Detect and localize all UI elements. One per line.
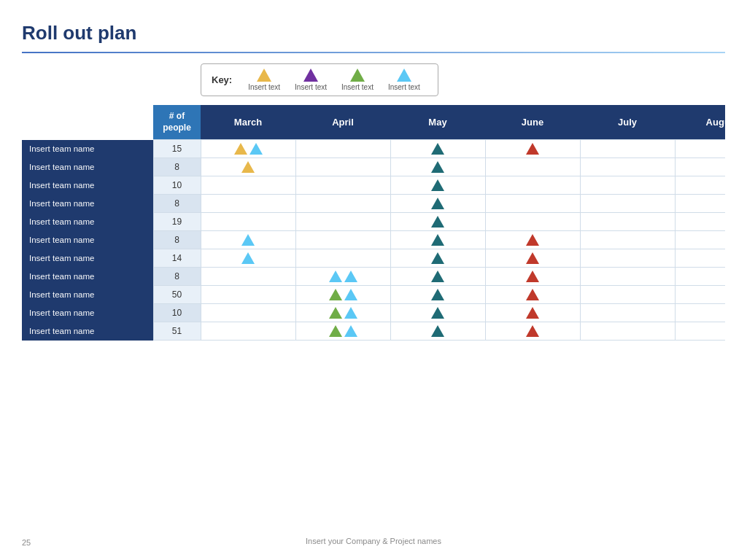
page-number: 25	[22, 538, 31, 547]
team-cell: Insert team name	[22, 304, 153, 322]
month-cell	[580, 322, 675, 341]
month-cell	[390, 231, 485, 249]
team-cell: Insert team name	[22, 213, 153, 231]
table-row: Insert team name15	[22, 140, 725, 158]
month-cell	[675, 158, 725, 176]
key-item-2: Insert text	[295, 69, 327, 91]
triangle-blue-light-icon	[344, 307, 357, 319]
key-label: Key:	[212, 74, 232, 85]
triangle-red-icon	[526, 307, 539, 319]
triangle-red-icon	[526, 143, 539, 155]
table-row: Insert team name10	[22, 176, 725, 195]
month-cell	[390, 176, 485, 195]
month-cell	[675, 140, 725, 158]
triangle-green-light-icon	[329, 307, 342, 319]
triangle-green-icon	[350, 69, 365, 82]
people-cell: 15	[153, 140, 201, 158]
month-cell	[295, 231, 390, 249]
people-cell: 50	[153, 286, 201, 304]
col-header-june: June	[485, 105, 580, 140]
triangle-purple-icon	[303, 69, 318, 82]
people-cell: 8	[153, 231, 201, 249]
month-cell	[485, 176, 580, 195]
triangle-green-light-icon	[329, 325, 342, 337]
table-row: Insert team name8	[22, 158, 725, 176]
month-cell	[295, 140, 390, 158]
people-cell: 8	[153, 268, 201, 286]
month-cell	[390, 140, 485, 158]
table-row: Insert team name14	[22, 249, 725, 268]
month-cell	[675, 213, 725, 231]
month-cell	[485, 268, 580, 286]
page: Roll out plan Key: Insert text Insert te…	[0, 0, 747, 560]
team-cell: Insert team name	[22, 195, 153, 213]
month-cell	[390, 322, 485, 341]
table-row: Insert team name51	[22, 322, 725, 341]
key-text-2: Insert text	[295, 83, 327, 91]
triangle-red-icon	[526, 325, 539, 337]
col-header-team	[22, 105, 153, 140]
triangle-teal-icon	[431, 252, 444, 264]
triangle-teal-icon	[431, 216, 444, 228]
month-cell	[390, 286, 485, 304]
month-cell	[295, 195, 390, 213]
triangle-teal-icon	[431, 307, 444, 319]
month-cell	[390, 249, 485, 268]
team-cell: Insert team name	[22, 268, 153, 286]
col-header-july: July	[580, 105, 675, 140]
triangle-red-icon	[526, 271, 539, 282]
team-cell: Insert team name	[22, 286, 153, 304]
col-header-may: May	[390, 105, 485, 140]
triangle-teal-icon	[431, 271, 444, 282]
month-cell	[580, 304, 675, 322]
triangle-green-light-icon	[329, 289, 342, 300]
triangle-teal-icon	[431, 198, 444, 209]
month-cell	[485, 249, 580, 268]
team-cell: Insert team name	[22, 231, 153, 249]
col-header-august: August	[675, 105, 725, 140]
month-cell	[295, 213, 390, 231]
month-cell	[485, 213, 580, 231]
month-cell	[580, 249, 675, 268]
triangle-yellow-icon	[257, 69, 271, 82]
key-text-3: Insert text	[341, 83, 374, 91]
table-row: Insert team name8	[22, 231, 725, 249]
month-cell	[675, 304, 725, 322]
triangle-teal-icon	[431, 143, 444, 155]
table-row: Insert team name10	[22, 304, 725, 322]
month-cell	[201, 286, 295, 304]
month-cell	[675, 286, 725, 304]
triangle-blue-light-icon	[344, 289, 357, 300]
triangle-red-icon	[526, 234, 539, 246]
key-box: Key: Insert text Insert text Insert text…	[201, 63, 438, 96]
team-cell: Insert team name	[22, 249, 153, 268]
triangle-blue-light-icon	[344, 325, 357, 337]
triangle-teal-icon	[431, 325, 444, 337]
triangle-teal-icon	[431, 289, 444, 300]
team-cell: Insert team name	[22, 140, 153, 158]
month-cell	[201, 140, 295, 158]
triangle-blue-icon	[397, 69, 411, 82]
key-text-1: Insert text	[248, 83, 280, 91]
month-cell	[390, 268, 485, 286]
table-row: Insert team name50	[22, 286, 725, 304]
month-cell	[675, 176, 725, 195]
month-cell	[485, 231, 580, 249]
month-cell	[675, 249, 725, 268]
month-cell	[485, 304, 580, 322]
month-cell	[580, 140, 675, 158]
footer: Insert your Company & Project names	[22, 529, 725, 545]
month-cell	[295, 304, 390, 322]
key-item-4: Insert text	[388, 69, 420, 91]
triangle-red-icon	[526, 289, 539, 300]
month-cell	[295, 286, 390, 304]
triangle-yellow-icon	[234, 143, 247, 155]
people-cell: 10	[153, 176, 201, 195]
month-cell	[675, 268, 725, 286]
triangle-teal-icon	[431, 179, 444, 191]
month-cell	[485, 322, 580, 341]
month-cell	[201, 195, 295, 213]
team-cell: Insert team name	[22, 322, 153, 341]
month-cell	[580, 268, 675, 286]
month-cell	[675, 322, 725, 341]
